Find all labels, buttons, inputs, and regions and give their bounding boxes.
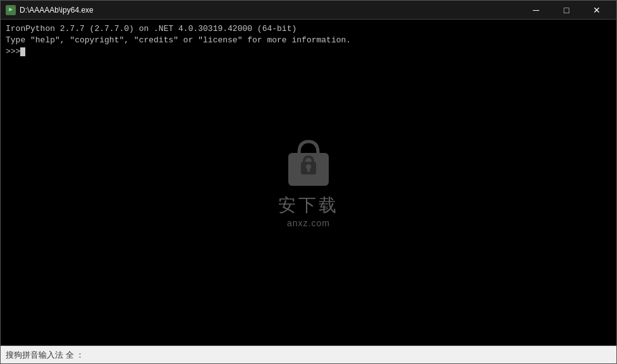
console-output[interactable]: IronPython 2.7.7 (2.7.7.0) on .NET 4.0.3… — [1, 20, 616, 346]
watermark-text-cn: 安下载 — [278, 193, 339, 217]
console-line-2: Type "help", "copyright", "credits" or "… — [6, 35, 611, 46]
window-controls: ─ □ ✕ — [522, 1, 611, 20]
svg-rect-3 — [307, 168, 310, 172]
window-title: D:\AAAAAb\ipy64.exe — [20, 6, 94, 15]
watermark: 安下载 anxz.com — [278, 135, 339, 230]
status-text: 搜狗拼音输入法 全 ： — [6, 349, 84, 361]
app-icon: ► — [6, 5, 16, 15]
app-icon-symbol: ► — [9, 6, 13, 13]
minimize-button[interactable]: ─ — [522, 1, 551, 20]
title-bar: ► D:\AAAAAb\ipy64.exe ─ □ ✕ — [1, 1, 616, 20]
console-cursor — [20, 47, 25, 56]
maximize-button[interactable]: □ — [552, 1, 581, 20]
svg-point-2 — [306, 164, 311, 169]
console-prompt: >>> — [6, 46, 20, 58]
watermark-text-en: anxz.com — [287, 217, 330, 230]
main-window: ► D:\AAAAAb\ipy64.exe ─ □ ✕ IronPython 2… — [0, 0, 617, 364]
console-prompt-line: >>> — [6, 46, 611, 58]
svg-rect-0 — [288, 153, 329, 186]
close-button[interactable]: ✕ — [582, 1, 611, 20]
status-bar: 搜狗拼音输入法 全 ： — [1, 346, 616, 363]
svg-rect-1 — [301, 162, 316, 174]
watermark-bag-icon — [283, 135, 334, 189]
console-line-1: IronPython 2.7.7 (2.7.7.0) on .NET 4.0.3… — [6, 23, 611, 35]
title-bar-left: ► D:\AAAAAb\ipy64.exe — [6, 5, 94, 15]
